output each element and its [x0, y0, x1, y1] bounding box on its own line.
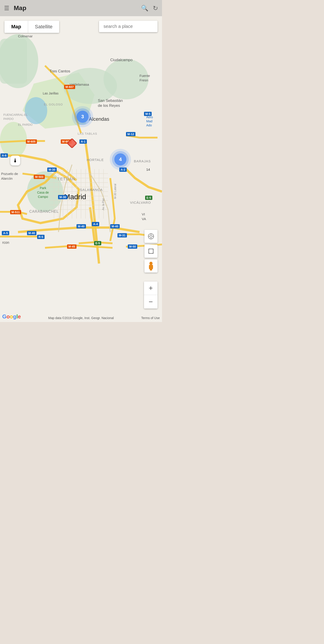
place-label-trescantos: Tres Cantos	[50, 69, 70, 74]
road-badge-a1: A-1	[79, 140, 87, 144]
road-badge-a5: A-5	[2, 231, 9, 235]
search-input[interactable]	[104, 24, 153, 29]
svg-point-8	[25, 97, 47, 124]
place-label-madrid: Madrid	[64, 193, 86, 201]
road-badge-m31: M-31	[117, 233, 127, 238]
menu-icon[interactable]: ☰	[4, 5, 9, 12]
cluster-count-4[interactable]: 4	[114, 153, 126, 166]
road-badge-m30-2: M-30	[58, 195, 68, 199]
svg-point-39	[149, 262, 153, 265]
map-type-map-button[interactable]: Map	[5, 21, 28, 33]
road-badge-m50: M-50	[128, 244, 137, 249]
place-label-viva: VIVA	[142, 212, 146, 221]
place-label-salamanca: SALAMANCA	[80, 188, 103, 192]
road-badge-e5-1: E-5	[145, 196, 152, 200]
search-box[interactable]	[99, 21, 158, 32]
road-badge-m12: M-12	[126, 132, 135, 136]
fullscreen-icon	[148, 248, 154, 254]
street-view-button[interactable]	[144, 260, 158, 272]
svg-rect-2	[0, 39, 27, 84]
place-label-avlapaz: Av. la Paz	[102, 198, 105, 210]
zoom-in-button[interactable]: +	[144, 282, 158, 295]
place-label-elpardo: EL PARDO	[18, 123, 33, 126]
place-label-fuencarralpardo: FUENCARRAL-ELPARDO	[3, 113, 28, 121]
location-icon	[148, 233, 154, 240]
road-badge-m40-2: M-40	[110, 224, 120, 228]
label-14: 14	[146, 168, 150, 171]
place-label-vicalvaro: VICÁLVARO	[130, 200, 151, 204]
svg-point-6	[0, 122, 27, 158]
place-label-barajas: BARAJAS	[134, 159, 151, 163]
thermometer-icon: 🌡	[13, 158, 18, 164]
temperature-marker[interactable]: 🌡	[10, 156, 20, 166]
place-label-fuente: FuenteFresn	[140, 74, 150, 82]
road-badge-m503: M-503	[34, 175, 45, 179]
map-type-satellite-button[interactable]: Satellite	[28, 21, 59, 33]
road-badge-a2: A-2	[119, 168, 127, 172]
minus-icon: −	[149, 298, 153, 306]
cluster-count-3[interactable]: 3	[77, 111, 89, 123]
svg-point-33	[150, 235, 152, 238]
road-badge-a6: A-6	[1, 153, 8, 158]
road-badge-e5-2: E-5	[94, 241, 101, 245]
place-label-pozuelo: Pozuelo deAlarcón	[1, 171, 18, 181]
app-header: ☰ Map 🔍 ↻	[0, 0, 162, 16]
place-label-tetuan: TETUÁN	[57, 177, 75, 182]
map-attribution: Map data ©2019 Google, Inst. Geogr. Naci…	[0, 316, 162, 320]
road-badge-m511: M-511	[10, 210, 21, 214]
place-label-m30lateral: M-30 Lateral	[114, 184, 117, 199]
road-badge-m40-1: M-40	[77, 224, 86, 228]
refresh-icon[interactable]: ↻	[153, 4, 158, 12]
place-label-carabanchel: CARABANCHEL	[29, 210, 59, 214]
road-badge-m30-1: M-30	[47, 168, 57, 172]
road-badge-a4: A-4	[92, 222, 99, 226]
map-controls	[144, 230, 158, 272]
zoom-controls[interactable]: + −	[144, 282, 158, 308]
road-badge-m40-3: M-40	[27, 231, 37, 235]
place-label-colmenar: Colmenar	[18, 34, 33, 38]
page-title: Map	[14, 4, 26, 12]
road-badge-m607-1: M-607	[64, 85, 75, 89]
cluster-marker-4[interactable]: 4	[114, 153, 126, 166]
map-container[interactable]: Map Satellite Colmenar Ciudalcampo Tres …	[0, 16, 162, 322]
road-badge-r5: R-5	[37, 235, 45, 239]
place-label-lasjarillas: Las Jarillas	[43, 92, 59, 95]
place-label-aero: AeroMadAdo	[146, 115, 153, 128]
pegman-icon	[148, 262, 154, 270]
road-badge-m5: M-5	[144, 112, 152, 116]
plus-icon: +	[149, 284, 153, 292]
road-badge-m605: M-605	[26, 140, 37, 144]
place-label-arcon: rcon	[2, 240, 9, 245]
my-location-button[interactable]	[144, 230, 158, 243]
place-label-ciudalcampo: Ciudalcampo	[110, 58, 133, 62]
place-label-alcobendas: Alcendas	[89, 116, 109, 122]
map-background	[0, 16, 162, 322]
place-label-lastablas: LAS TABLAS	[78, 132, 97, 135]
place-label-sansebastian: San Sebastiánde los Reyes	[98, 98, 123, 108]
terms-of-use-link[interactable]: Terms of Use	[141, 316, 160, 320]
fullscreen-button[interactable]	[144, 245, 158, 258]
zoom-out-button[interactable]: −	[144, 295, 158, 308]
road-badge-m45: M-45	[67, 244, 77, 249]
place-label-casadecampo: ParkCasa deCampo	[37, 186, 49, 199]
svg-rect-38	[149, 249, 153, 254]
map-type-toggle[interactable]: Map Satellite	[5, 21, 59, 33]
place-label-hortaleza: HORTALE	[87, 158, 104, 162]
poi-marker-1[interactable]	[66, 138, 78, 149]
search-icon[interactable]: 🔍	[141, 5, 148, 12]
cluster-marker-3[interactable]: 3	[77, 111, 89, 123]
place-label-elgoloso: EL GOLOSO	[44, 103, 63, 106]
